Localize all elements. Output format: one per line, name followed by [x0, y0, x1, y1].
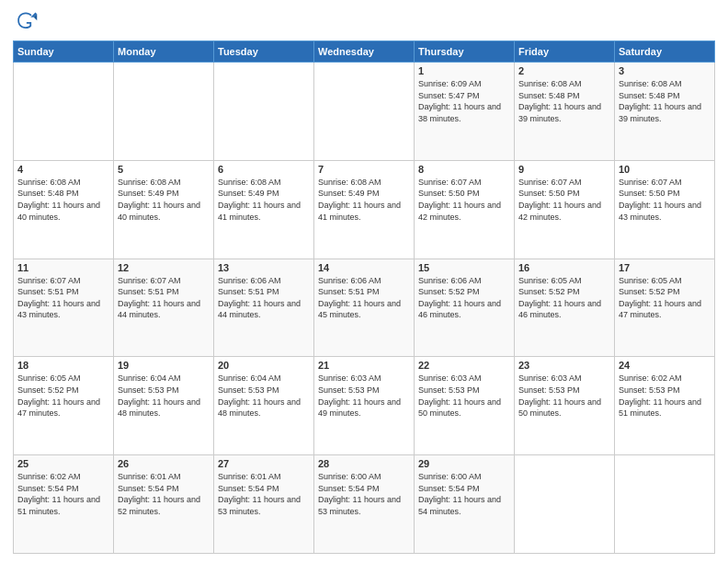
- calendar-table: SundayMondayTuesdayWednesdayThursdayFrid…: [13, 40, 715, 554]
- day-number: 3: [619, 65, 711, 76]
- day-number: 29: [418, 458, 510, 469]
- header-cell-wednesday: Wednesday: [314, 41, 415, 63]
- calendar-header: SundayMondayTuesdayWednesdayThursdayFrid…: [14, 41, 715, 63]
- day-cell: 18Sunrise: 6:05 AM Sunset: 5:52 PM Dayli…: [14, 357, 114, 455]
- day-cell: [615, 455, 715, 554]
- day-number: 18: [17, 360, 109, 371]
- day-info: Sunrise: 6:01 AM Sunset: 5:54 PM Dayligh…: [118, 471, 210, 517]
- day-info: Sunrise: 6:07 AM Sunset: 5:50 PM Dayligh…: [619, 177, 711, 223]
- day-cell: 2Sunrise: 6:08 AM Sunset: 5:48 PM Daylig…: [515, 63, 615, 161]
- day-number: 21: [318, 360, 410, 371]
- day-cell: 28Sunrise: 6:00 AM Sunset: 5:54 PM Dayli…: [314, 455, 415, 554]
- day-number: 6: [218, 164, 310, 175]
- week-row-3: 18Sunrise: 6:05 AM Sunset: 5:52 PM Dayli…: [14, 357, 715, 455]
- day-cell: [114, 63, 214, 161]
- header-cell-friday: Friday: [515, 41, 615, 63]
- day-number: 7: [318, 164, 410, 175]
- day-info: Sunrise: 6:06 AM Sunset: 5:52 PM Dayligh…: [418, 275, 510, 321]
- day-cell: 24Sunrise: 6:02 AM Sunset: 5:53 PM Dayli…: [615, 357, 715, 455]
- week-row-4: 25Sunrise: 6:02 AM Sunset: 5:54 PM Dayli…: [14, 455, 715, 554]
- day-info: Sunrise: 6:02 AM Sunset: 5:53 PM Dayligh…: [619, 373, 711, 419]
- day-info: Sunrise: 6:07 AM Sunset: 5:51 PM Dayligh…: [17, 275, 109, 321]
- day-cell: 13Sunrise: 6:06 AM Sunset: 5:51 PM Dayli…: [214, 259, 314, 357]
- day-cell: 21Sunrise: 6:03 AM Sunset: 5:53 PM Dayli…: [314, 357, 415, 455]
- day-cell: 6Sunrise: 6:08 AM Sunset: 5:49 PM Daylig…: [214, 160, 314, 259]
- day-cell: [314, 63, 415, 161]
- day-cell: 10Sunrise: 6:07 AM Sunset: 5:50 PM Dayli…: [615, 160, 715, 259]
- header-cell-saturday: Saturday: [615, 41, 715, 63]
- day-number: 1: [418, 65, 510, 76]
- day-number: 20: [218, 360, 310, 371]
- day-cell: 19Sunrise: 6:04 AM Sunset: 5:53 PM Dayli…: [114, 357, 214, 455]
- day-info: Sunrise: 6:07 AM Sunset: 5:50 PM Dayligh…: [418, 177, 510, 223]
- day-cell: 17Sunrise: 6:05 AM Sunset: 5:52 PM Dayli…: [615, 259, 715, 357]
- week-row-2: 11Sunrise: 6:07 AM Sunset: 5:51 PM Dayli…: [14, 259, 715, 357]
- day-number: 14: [318, 262, 410, 273]
- day-cell: 5Sunrise: 6:08 AM Sunset: 5:49 PM Daylig…: [114, 160, 214, 259]
- day-info: Sunrise: 6:02 AM Sunset: 5:54 PM Dayligh…: [17, 471, 109, 517]
- day-cell: 15Sunrise: 6:06 AM Sunset: 5:52 PM Dayli…: [415, 259, 515, 357]
- day-cell: [515, 455, 615, 554]
- day-info: Sunrise: 6:07 AM Sunset: 5:50 PM Dayligh…: [518, 177, 610, 223]
- day-info: Sunrise: 6:08 AM Sunset: 5:49 PM Dayligh…: [318, 177, 410, 223]
- day-info: Sunrise: 6:05 AM Sunset: 5:52 PM Dayligh…: [619, 275, 711, 321]
- day-info: Sunrise: 6:03 AM Sunset: 5:53 PM Dayligh…: [318, 373, 410, 419]
- day-info: Sunrise: 6:00 AM Sunset: 5:54 PM Dayligh…: [318, 471, 410, 517]
- day-info: Sunrise: 6:08 AM Sunset: 5:48 PM Dayligh…: [17, 177, 109, 223]
- day-cell: 25Sunrise: 6:02 AM Sunset: 5:54 PM Dayli…: [14, 455, 114, 554]
- day-info: Sunrise: 6:07 AM Sunset: 5:51 PM Dayligh…: [118, 275, 210, 321]
- day-number: 13: [218, 262, 310, 273]
- day-cell: 11Sunrise: 6:07 AM Sunset: 5:51 PM Dayli…: [14, 259, 114, 357]
- day-info: Sunrise: 6:04 AM Sunset: 5:53 PM Dayligh…: [218, 373, 310, 419]
- day-cell: 4Sunrise: 6:08 AM Sunset: 5:48 PM Daylig…: [14, 160, 114, 259]
- day-cell: 12Sunrise: 6:07 AM Sunset: 5:51 PM Dayli…: [114, 259, 214, 357]
- day-cell: 9Sunrise: 6:07 AM Sunset: 5:50 PM Daylig…: [515, 160, 615, 259]
- day-number: 19: [118, 360, 210, 371]
- day-number: 24: [619, 360, 711, 371]
- day-info: Sunrise: 6:08 AM Sunset: 5:49 PM Dayligh…: [218, 177, 310, 223]
- header: [13, 9, 715, 35]
- header-cell-monday: Monday: [114, 41, 214, 63]
- day-cell: 7Sunrise: 6:08 AM Sunset: 5:49 PM Daylig…: [314, 160, 415, 259]
- day-cell: 29Sunrise: 6:00 AM Sunset: 5:54 PM Dayli…: [415, 455, 515, 554]
- day-cell: 14Sunrise: 6:06 AM Sunset: 5:51 PM Dayli…: [314, 259, 415, 357]
- day-cell: 3Sunrise: 6:08 AM Sunset: 5:48 PM Daylig…: [615, 63, 715, 161]
- header-cell-sunday: Sunday: [14, 41, 114, 63]
- day-number: 10: [619, 164, 711, 175]
- day-number: 4: [17, 164, 109, 175]
- logo-icon: [13, 9, 39, 35]
- day-number: 26: [118, 458, 210, 469]
- day-info: Sunrise: 6:04 AM Sunset: 5:53 PM Dayligh…: [118, 373, 210, 419]
- day-info: Sunrise: 6:00 AM Sunset: 5:54 PM Dayligh…: [418, 471, 510, 517]
- day-cell: 22Sunrise: 6:03 AM Sunset: 5:53 PM Dayli…: [415, 357, 515, 455]
- day-cell: 26Sunrise: 6:01 AM Sunset: 5:54 PM Dayli…: [114, 455, 214, 554]
- day-cell: 16Sunrise: 6:05 AM Sunset: 5:52 PM Dayli…: [515, 259, 615, 357]
- day-number: 5: [118, 164, 210, 175]
- day-info: Sunrise: 6:08 AM Sunset: 5:48 PM Dayligh…: [619, 78, 711, 124]
- day-number: 2: [518, 65, 610, 76]
- calendar-body: 1Sunrise: 6:09 AM Sunset: 5:47 PM Daylig…: [14, 63, 715, 554]
- week-row-1: 4Sunrise: 6:08 AM Sunset: 5:48 PM Daylig…: [14, 160, 715, 259]
- week-row-0: 1Sunrise: 6:09 AM Sunset: 5:47 PM Daylig…: [14, 63, 715, 161]
- day-cell: 8Sunrise: 6:07 AM Sunset: 5:50 PM Daylig…: [415, 160, 515, 259]
- day-info: Sunrise: 6:08 AM Sunset: 5:49 PM Dayligh…: [118, 177, 210, 223]
- day-cell: 20Sunrise: 6:04 AM Sunset: 5:53 PM Dayli…: [214, 357, 314, 455]
- day-cell: [14, 63, 114, 161]
- day-info: Sunrise: 6:06 AM Sunset: 5:51 PM Dayligh…: [318, 275, 410, 321]
- day-number: 17: [619, 262, 711, 273]
- day-number: 25: [17, 458, 109, 469]
- day-number: 23: [518, 360, 610, 371]
- day-info: Sunrise: 6:01 AM Sunset: 5:54 PM Dayligh…: [218, 471, 310, 517]
- day-info: Sunrise: 6:09 AM Sunset: 5:47 PM Dayligh…: [418, 78, 510, 124]
- day-number: 9: [518, 164, 610, 175]
- day-number: 28: [318, 458, 410, 469]
- day-info: Sunrise: 6:03 AM Sunset: 5:53 PM Dayligh…: [418, 373, 510, 419]
- day-info: Sunrise: 6:05 AM Sunset: 5:52 PM Dayligh…: [518, 275, 610, 321]
- day-cell: 1Sunrise: 6:09 AM Sunset: 5:47 PM Daylig…: [415, 63, 515, 161]
- day-number: 22: [418, 360, 510, 371]
- logo: [13, 9, 42, 35]
- page: SundayMondayTuesdayWednesdayThursdayFrid…: [0, 0, 728, 563]
- day-number: 11: [17, 262, 109, 273]
- day-number: 16: [518, 262, 610, 273]
- day-info: Sunrise: 6:06 AM Sunset: 5:51 PM Dayligh…: [218, 275, 310, 321]
